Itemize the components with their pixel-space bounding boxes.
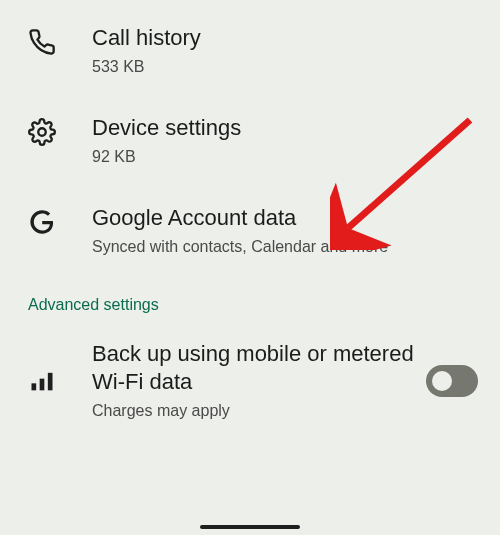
item-title: Call history (92, 24, 470, 52)
item-subtitle: Charges may apply (92, 400, 418, 422)
svg-rect-3 (48, 373, 53, 391)
backup-mobile-toggle[interactable] (426, 365, 478, 397)
section-header-advanced: Advanced settings (0, 276, 500, 322)
svg-point-0 (38, 128, 45, 135)
settings-list: Call history 533 KB Device settings 92 K… (0, 0, 500, 440)
svg-rect-2 (40, 379, 45, 391)
item-call-history[interactable]: Call history 533 KB (0, 6, 500, 96)
item-subtitle: 533 KB (92, 56, 470, 78)
item-text: Device settings 92 KB (92, 114, 478, 168)
phone-icon (28, 24, 92, 56)
gear-icon (28, 114, 92, 146)
item-title: Device settings (92, 114, 470, 142)
item-text: Call history 533 KB (92, 24, 478, 78)
item-text: Google Account data Synced with contacts… (92, 204, 478, 258)
gesture-nav-handle[interactable] (200, 525, 300, 529)
google-icon (28, 204, 92, 236)
item-subtitle: 92 KB (92, 146, 470, 168)
item-backup-mobile-data[interactable]: Back up using mobile or metered Wi-Fi da… (0, 322, 500, 440)
item-google-account-data[interactable]: Google Account data Synced with contacts… (0, 186, 500, 276)
bars-icon (28, 367, 92, 395)
toggle-trailing (426, 365, 478, 397)
item-title: Google Account data (92, 204, 470, 232)
item-text: Back up using mobile or metered Wi-Fi da… (92, 340, 426, 422)
item-device-settings[interactable]: Device settings 92 KB (0, 96, 500, 186)
svg-rect-1 (32, 383, 37, 390)
item-title: Back up using mobile or metered Wi-Fi da… (92, 340, 418, 396)
item-subtitle: Synced with contacts, Calendar and more (92, 236, 470, 258)
